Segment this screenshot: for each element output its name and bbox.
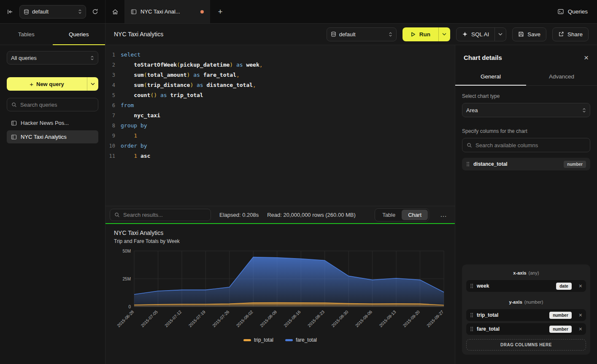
remove-column-button[interactable]: ×: [579, 312, 582, 318]
share-icon: [558, 31, 564, 37]
database-selector-value: default: [32, 8, 75, 15]
column-pill[interactable]: weekdate×: [466, 280, 586, 292]
svg-text:2015-09-27: 2015-09-27: [426, 309, 444, 328]
code-line: 1select: [105, 50, 455, 60]
svg-text:2015-07-12: 2015-07-12: [164, 309, 182, 328]
run-database-selector[interactable]: default: [327, 27, 397, 41]
code-line: 11 1 asc: [105, 151, 455, 161]
run-button[interactable]: Run: [403, 27, 450, 41]
line-number: 2: [105, 60, 121, 70]
results-search-input[interactable]: [123, 212, 206, 218]
drag-handle[interactable]: [466, 162, 470, 167]
new-query-caret[interactable]: [87, 77, 98, 91]
query-list-item[interactable]: NYC Taxi Analytics: [7, 130, 98, 143]
home-icon: [112, 8, 119, 15]
drag-handle-icon: [470, 313, 473, 318]
legend-item[interactable]: trip_total: [243, 337, 273, 343]
line-number: 5: [105, 90, 121, 100]
queries-button-label: Queries: [568, 8, 588, 15]
database-selector[interactable]: default: [19, 5, 86, 19]
remove-column-button[interactable]: ×: [579, 326, 582, 332]
view-chart-button[interactable]: Chart: [402, 210, 428, 220]
query-item-label: Hacker News Pos...: [21, 120, 69, 126]
y-axis-label: y-axis(number): [466, 299, 586, 305]
remove-column-button[interactable]: ×: [579, 283, 582, 289]
new-query-button[interactable]: + New query: [7, 77, 98, 91]
area-chart[interactable]: 025M50M2015-06-282015-07-052015-07-12201…: [114, 247, 446, 337]
svg-text:2015-08-30: 2015-08-30: [331, 309, 349, 328]
legend-item[interactable]: fare_total: [285, 337, 317, 343]
tab-nyc-taxi-analytics[interactable]: NYC Taxi Anal...: [125, 0, 210, 23]
column-type-badge: number: [564, 161, 586, 168]
x-axis-label: x-axis(any): [466, 270, 586, 275]
svg-text:2015-08-23: 2015-08-23: [307, 309, 325, 328]
line-number: 10: [105, 141, 121, 151]
column-pill[interactable]: distance_totalnumber: [462, 158, 590, 170]
database-icon: [24, 9, 29, 15]
editor-header: NYC Taxi Analytics default Run: [105, 24, 597, 45]
query-list-item[interactable]: Hacker News Pos...: [7, 116, 98, 129]
search-icon: [467, 143, 472, 148]
query-icon: [11, 120, 17, 126]
chart-type-select[interactable]: Area: [462, 103, 590, 117]
tab-advanced[interactable]: Advanced: [526, 68, 597, 85]
tab-general[interactable]: General: [455, 68, 526, 85]
svg-text:50M: 50M: [123, 249, 131, 253]
chevron-updown-icon: [389, 32, 392, 37]
more-options-button[interactable]: …: [438, 211, 450, 218]
column-type-badge: date: [556, 283, 572, 290]
query-search-input[interactable]: [20, 102, 94, 108]
code-line: 6from: [105, 100, 455, 111]
sql-ai-button[interactable]: SQL AI: [456, 27, 506, 41]
code-text: sum(total_amount) as fare_total,: [121, 70, 240, 80]
close-panel-button[interactable]: ×: [584, 54, 589, 62]
drag-handle[interactable]: [470, 326, 473, 332]
sidebar: Tables Queries All queries + New query: [0, 24, 105, 364]
columns-search-input[interactable]: [475, 142, 586, 148]
sidebar-tab-queries[interactable]: Queries: [53, 24, 105, 45]
sql-ai-caret[interactable]: [495, 28, 506, 41]
query-icon: [11, 134, 17, 140]
search-icon: [114, 212, 120, 218]
drag-handle[interactable]: [470, 313, 473, 318]
drag-handle-icon: [470, 326, 473, 332]
rows-read: Read: 20,000,000 rows (260.00 MB): [267, 212, 356, 218]
available-columns-list: distance_totalnumber: [462, 152, 590, 170]
unsaved-changes-indicator: [200, 10, 204, 13]
drag-handle[interactable]: [470, 283, 473, 289]
column-name: week: [477, 283, 489, 289]
chart-details-title: Chart details: [464, 54, 502, 61]
code-text: group by: [121, 121, 147, 131]
chart-details-panel: Chart details × General Advanced Select …: [455, 45, 597, 364]
chevron-updown-icon: [582, 108, 586, 113]
drag-columns-drop-zone[interactable]: DRAG COLUMNS HERE: [466, 339, 586, 351]
sql-editor[interactable]: 1select2 toStartOfWeek(pickup_datetime) …: [105, 45, 455, 206]
run-options-caret[interactable]: [439, 27, 450, 41]
page-title: NYC Taxi Analytics: [114, 31, 163, 38]
column-pill[interactable]: fare_totalnumber×: [466, 323, 586, 335]
line-number: 8: [105, 121, 121, 131]
chart-legend: trip_totalfare_total: [114, 337, 446, 343]
queries-button[interactable]: Queries: [557, 8, 588, 15]
share-button[interactable]: Share: [552, 27, 589, 41]
query-filter-select[interactable]: All queries: [7, 51, 98, 65]
refresh-button[interactable]: [90, 7, 100, 16]
column-pill[interactable]: trip_totalnumber×: [466, 309, 586, 321]
save-button[interactable]: Save: [512, 27, 546, 41]
code-line: 3 sum(total_amount) as fare_total,: [105, 70, 455, 80]
console-icon: [557, 8, 564, 15]
new-tab-button[interactable]: +: [210, 0, 230, 23]
view-table-button[interactable]: Table: [376, 210, 402, 220]
home-button[interactable]: [105, 0, 125, 23]
axis-config-card: x-axis(any) weekdate× y-axis(number) tri…: [462, 264, 590, 355]
chevron-down-icon: [498, 33, 502, 35]
chevron-down-icon: [91, 83, 95, 85]
collapse-sidebar-button[interactable]: [5, 7, 15, 17]
query-search: [7, 98, 98, 111]
svg-text:2015-09-20: 2015-09-20: [402, 309, 421, 328]
code-text: 1: [121, 131, 137, 141]
code-line: 10order by: [105, 141, 455, 151]
sidebar-tab-tables[interactable]: Tables: [0, 24, 53, 45]
refresh-icon: [92, 8, 98, 15]
svg-text:2015-06-28: 2015-06-28: [116, 309, 135, 328]
